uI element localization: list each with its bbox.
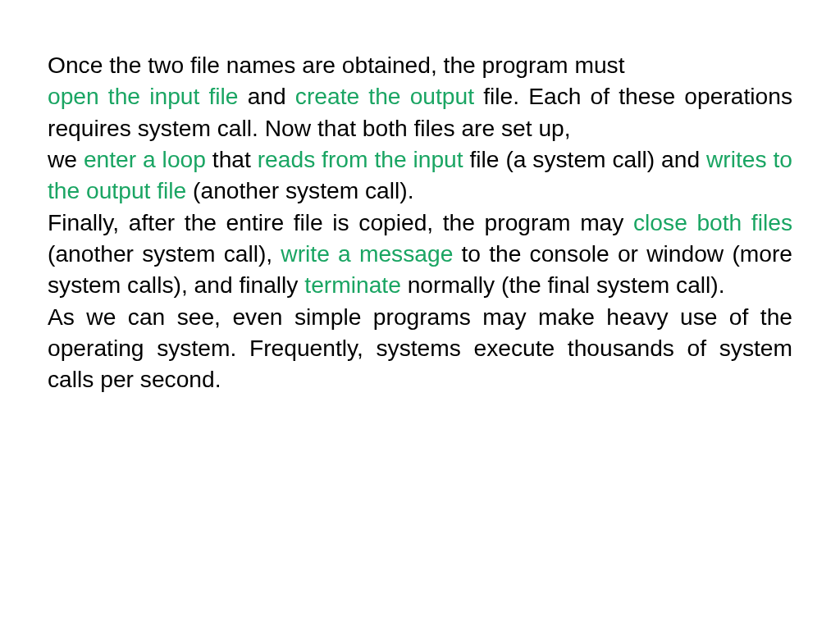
highlight-reads-input: reads from the input	[258, 146, 463, 172]
text: file (a system call) and	[463, 146, 706, 172]
text: that	[206, 146, 258, 172]
text: (another system call).	[186, 177, 413, 203]
highlight-create-output: create the output	[295, 83, 474, 109]
text: Finally, after the entire file is copied…	[48, 209, 633, 235]
highlight-close-files: close both files	[633, 209, 792, 235]
highlight-terminate: terminate	[304, 272, 401, 298]
text: (another system call),	[48, 240, 281, 267]
highlight-write-message: write a message	[281, 240, 453, 267]
paragraph-1: Once the two file names are obtained, th…	[48, 49, 792, 80]
highlight-enter-loop: enter a loop	[84, 146, 206, 172]
paragraph-2: open the input file and create the outpu…	[48, 80, 792, 144]
text: As we can see, even simple programs may …	[48, 304, 792, 393]
slide-body: Once the two file names are obtained, th…	[0, 0, 840, 630]
text: Once the two file names are obtained, th…	[48, 52, 625, 78]
paragraph-5: As we can see, even simple programs may …	[48, 301, 792, 395]
text: and	[239, 83, 295, 109]
paragraph-3: we enter a loop that reads from the inpu…	[48, 144, 792, 207]
text: we	[48, 146, 84, 172]
text: normally (the final system call).	[401, 272, 725, 298]
paragraph-4: Finally, after the entire file is copied…	[48, 207, 792, 301]
highlight-open-input-file: open the input file	[48, 83, 239, 109]
